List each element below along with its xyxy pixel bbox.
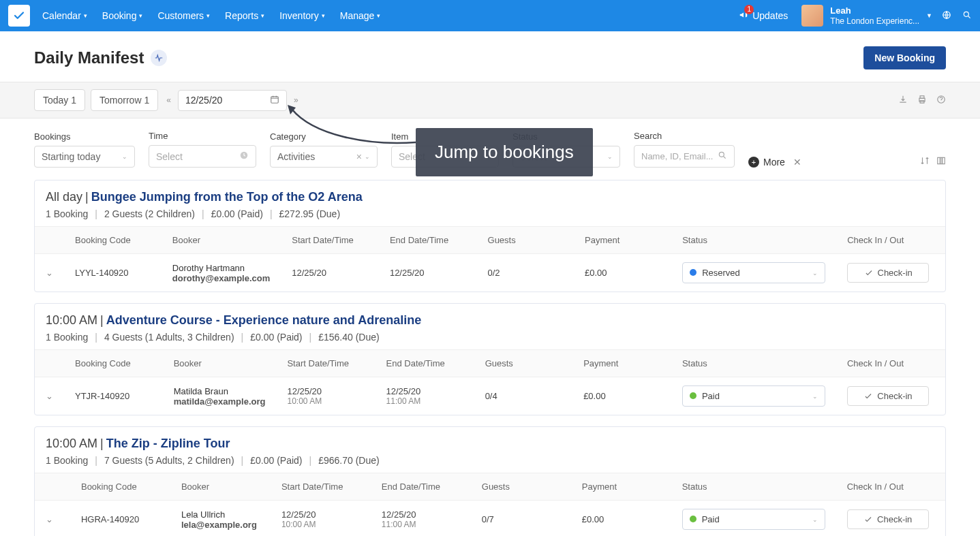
nav-item-manage[interactable]: Manage ▾ [340,10,381,21]
th-status: Status [671,227,836,254]
th-booker: Booker [170,473,271,501]
nav-item-calendar[interactable]: Calendar ▾ [42,10,87,21]
sort-icon[interactable] [920,156,930,168]
group-summary: 1 Booking| 7 Guests (5 Adults, 2 Childre… [46,455,934,466]
nav-item-inventory[interactable]: Inventory ▾ [279,10,325,21]
checkin-button[interactable]: Check-in [847,509,929,529]
status-dropdown[interactable]: Reserved ⌄ [682,262,825,283]
app-logo[interactable] [8,5,30,27]
th-code: Booking Code [70,473,170,501]
booking-group: 10:00 AM|Adventure Course - Experience n… [34,303,946,415]
today-button[interactable]: Today 1 [34,89,85,111]
prev-date-button[interactable]: « [164,93,174,108]
svg-point-8 [719,152,724,157]
help-icon[interactable] [936,95,946,106]
group-title: 10:00 AM|The Zip - Zipline Tour [46,437,934,451]
bookings-select[interactable]: Starting today ⌄ [34,146,135,168]
th-booker: Booker [162,227,281,254]
new-booking-button[interactable]: New Booking [863,46,946,69]
group-summary: 1 Booking| 4 Guests (1 Adults, 3 Childre… [46,332,934,343]
close-icon[interactable]: ✕ [793,157,801,168]
date-input[interactable]: 12/25/20 [178,90,287,111]
search-input[interactable]: Name, ID, Email... [634,145,735,168]
chevron-down-icon: ⌄ [607,153,613,160]
th-status: Status [671,350,836,377]
checkin-button[interactable]: Check-in [847,263,929,283]
expand-row-icon[interactable]: ⌄ [46,391,53,401]
tomorrow-button[interactable]: Tomorrow 1 [91,89,158,111]
updates-button[interactable]: 1 Updates [739,10,788,22]
bookings-table: Booking Code Booker Start Date/Time End … [35,473,945,536]
nav-item-booking[interactable]: Booking ▾ [102,10,143,21]
cell-guests: 0/4 [474,377,572,415]
svg-rect-9 [938,157,940,163]
user-menu[interactable]: Leah The London Experienc... ▼ [801,5,932,27]
user-org: The London Experienc... [830,16,919,26]
callout-tooltip: Jump to bookings [416,128,593,176]
cell-end: 12/25/20 11:00 AM [371,501,471,537]
search-icon [718,151,727,162]
svg-rect-10 [940,157,942,163]
bookings-table: Booking Code Booker Start Date/Time End … [35,349,945,415]
chevron-down-icon: ▾ [139,12,142,19]
search-icon[interactable] [962,10,972,22]
cell-guests: 0/7 [471,501,571,537]
table-row: ⌄ HGRA-140920 Lela Ullrich lela@example.… [35,501,945,537]
cell-guests: 0/2 [477,254,575,292]
plus-icon: + [748,157,759,168]
th-code: Booking Code [64,227,162,254]
nav-item-reports[interactable]: Reports ▾ [225,10,264,21]
cell-payment: £0.00 [572,377,671,415]
svg-rect-4 [920,95,924,98]
cell-booker: Dorothy Hartmann dorothy@example.com [162,254,281,292]
cell-payment: £0.00 [571,501,671,537]
clock-icon [239,151,249,162]
updates-badge: 1 [744,5,754,14]
cell-code: YTJR-140920 [64,377,163,415]
columns-icon[interactable] [936,156,946,168]
group-title: 10:00 AM|Adventure Course - Experience n… [46,313,934,328]
chevron-down-icon: ▾ [261,12,264,19]
group-summary: 1 Booking| 2 Guests (2 Children)| £0.00 … [46,208,934,219]
th-end: End Date/Time [371,473,471,501]
more-filters-button[interactable]: + More ✕ [748,157,801,168]
th-guests: Guests [477,227,575,254]
cell-code: HGRA-140920 [70,501,170,537]
search-placeholder: Name, ID, Email... [641,151,713,161]
filter-label-bookings: Bookings [34,131,135,142]
bookings-table: Booking Code Booker Start Date/Time End … [35,226,945,291]
th-end: End Date/Time [376,350,474,377]
th-start: Start Date/Time [271,473,371,501]
th-end: End Date/Time [379,227,477,254]
filter-label-search: Search [634,131,735,141]
globe-icon[interactable] [942,10,951,22]
chevron-down-icon: ▾ [84,12,87,19]
page-title: Daily Manifest [34,48,144,67]
status-dropdown[interactable]: Paid ⌄ [682,385,825,407]
cell-end: 12/25/20 11:00 AM [376,377,474,415]
th-guests: Guests [471,473,571,501]
cell-start: 12/25/20 10:00 AM [276,377,375,415]
download-icon[interactable] [898,95,908,106]
th-status: Status [671,473,836,501]
page-header: Daily Manifest New Booking [0,31,980,82]
checkin-button[interactable]: Check-in [847,386,929,406]
svg-rect-11 [943,157,945,163]
callout-arrow [286,105,423,159]
top-nav: Calendar ▾Booking ▾Customers ▾Reports ▾I… [0,0,980,31]
th-check: Check In / Out [836,227,945,254]
time-select[interactable]: Select [149,145,256,168]
th-payment: Payment [572,350,671,377]
booking-group: All day|Bungee Jumping from the Top of t… [34,180,946,292]
bookings-value: Starting today [42,151,100,162]
chevron-down-icon: ▼ [926,12,932,19]
chevron-down-icon: ⌄ [812,270,818,277]
status-dropdown[interactable]: Paid ⌄ [682,509,825,530]
nav-item-customers[interactable]: Customers ▾ [157,10,210,21]
print-icon[interactable] [917,95,927,106]
more-label: More [763,157,785,168]
avatar [801,5,823,27]
expand-row-icon[interactable]: ⌄ [46,268,53,278]
expand-row-icon[interactable]: ⌄ [46,514,53,524]
cell-start: 12/25/20 [281,254,379,292]
